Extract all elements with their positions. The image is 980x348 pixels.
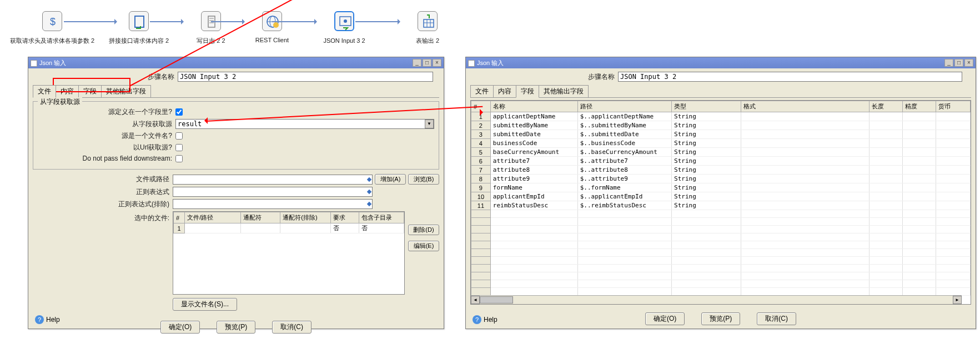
table-row[interactable]: 8 attribute9 $..attribute9 String <box>471 175 971 183</box>
no-pass-label: Do not pass field downstream: <box>38 155 175 162</box>
table-row-empty[interactable] <box>471 288 971 296</box>
maximize-button[interactable]: □ <box>423 59 431 67</box>
ok-button[interactable]: 确定(O) <box>645 312 685 325</box>
add-button[interactable]: 增加(A) <box>375 174 406 185</box>
help-link[interactable]: ? Help <box>35 315 60 324</box>
minimize-button[interactable]: _ <box>413 59 421 67</box>
scroll-left-icon[interactable]: ◄ <box>471 296 480 304</box>
tab-content[interactable]: 内容 <box>493 85 516 97</box>
dropdown-icon[interactable]: ▼ <box>425 120 434 128</box>
cell-format <box>741 201 870 210</box>
tab-file[interactable]: 文件 <box>470 85 494 97</box>
read-url-checkbox[interactable] <box>175 144 183 151</box>
cancel-button[interactable]: 取消(C) <box>757 312 796 325</box>
table-row[interactable]: 9 formName $..formName String <box>471 183 971 192</box>
table-row[interactable]: 3 submittedDate $..submittedDate String <box>471 130 971 139</box>
file-path-input[interactable] <box>173 175 373 185</box>
step-name-label: 步骤名称 <box>39 72 178 82</box>
table-row[interactable]: 6 attribute7 $..attribute7 String <box>471 157 971 166</box>
step-json-input[interactable]: JSON Input 3 2 <box>300 11 389 44</box>
table-row-empty[interactable] <box>471 218 971 226</box>
cell-length <box>870 148 903 157</box>
minimize-button[interactable]: _ <box>944 59 953 67</box>
step-name-input[interactable] <box>178 72 433 82</box>
cell-path: $..attribute7 <box>577 157 671 166</box>
fields-table[interactable]: # 名称 路径 类型 格式 长度 精度 货币 1 applicantDeptNa… <box>470 100 971 305</box>
cell-precision <box>902 112 936 121</box>
browse-button[interactable]: 浏览(B) <box>408 174 439 185</box>
cell-type: String <box>672 166 741 175</box>
table-row-empty[interactable] <box>471 249 971 257</box>
table-row-empty[interactable] <box>471 257 971 265</box>
step-name-input[interactable] <box>618 72 962 82</box>
cell-path: $..submittedDate <box>577 130 671 139</box>
cell-format <box>741 183 870 192</box>
titlebar[interactable]: Json 输入 _ □ × <box>28 57 444 68</box>
regex-excl-input[interactable] <box>173 199 373 209</box>
regex-input[interactable] <box>173 187 373 197</box>
from-field-select[interactable] <box>175 119 434 129</box>
cell-format <box>741 175 870 183</box>
show-files-button[interactable]: 显示文件名(S)... <box>173 298 237 311</box>
cell-precision <box>902 157 936 166</box>
table-row[interactable]: 4 businessCode $..businessCode String <box>471 139 971 148</box>
close-button[interactable]: × <box>964 59 973 67</box>
cell-required: 否 <box>331 223 359 233</box>
cell-format <box>741 192 870 201</box>
table-row[interactable]: 11 reimbStatusDesc $..reimbStatusDesc St… <box>471 201 971 210</box>
cell-num: 8 <box>471 175 491 183</box>
col-length: 长度 <box>870 101 903 112</box>
cell-currency <box>936 183 970 192</box>
titlebar[interactable]: Json 输入 _ □ × <box>466 57 976 68</box>
cancel-button[interactable]: 取消(C) <box>272 321 311 334</box>
step-get-request[interactable]: $ 获取请求头及请求体各项参数 2 <box>8 11 97 45</box>
tab-file[interactable]: 文件 <box>33 85 56 98</box>
source-in-field-checkbox[interactable] <box>175 108 183 116</box>
table-row-empty[interactable] <box>471 272 971 280</box>
tab-fields[interactable]: 字段 <box>78 85 102 97</box>
table-row[interactable]: 1 否 否 <box>174 223 404 233</box>
table-row[interactable]: 2 submittedByName $..submittedByName Str… <box>471 121 971 130</box>
is-filename-checkbox[interactable] <box>175 132 183 140</box>
cell-format <box>741 157 870 166</box>
help-link[interactable]: ? Help <box>473 315 497 324</box>
window-icon <box>31 60 37 67</box>
tab-other-output[interactable]: 其他输出字段 <box>101 85 151 97</box>
scroll-right-icon[interactable]: ► <box>953 296 962 304</box>
table-row-empty[interactable] <box>471 265 971 272</box>
table-row-empty[interactable] <box>471 280 971 288</box>
cell-currency <box>936 166 970 175</box>
delete-button[interactable]: 删除(D) <box>408 225 439 235</box>
edit-button[interactable]: 编辑(E) <box>408 241 439 251</box>
files-table[interactable]: # 文件/路径 通配符 通配符(排除) 要求 包含子目录 1 否 否 <box>173 211 405 295</box>
tab-other-output[interactable]: 其他输出字段 <box>539 85 589 97</box>
table-row[interactable]: 1 applicantDeptName $..applicantDeptName… <box>471 112 971 121</box>
cell-format <box>741 148 870 157</box>
table-row-empty[interactable] <box>471 210 971 218</box>
table-row-empty[interactable] <box>471 226 971 233</box>
cell-length <box>870 121 903 130</box>
tab-fields[interactable]: 字段 <box>516 85 539 98</box>
cell-currency <box>936 157 970 166</box>
workflow-canvas[interactable]: $ 获取请求头及请求体各项参数 2 拼接接口请求体内容 2 写日志 2 2 RE… <box>0 6 461 50</box>
cell-name: applicantEmpId <box>490 192 577 201</box>
maximize-button[interactable]: □ <box>954 59 963 67</box>
table-row[interactable]: 5 baseCurrencyAmount $..baseCurrencyAmou… <box>471 148 971 157</box>
step-table-output[interactable]: 表输出 2 <box>383 11 472 45</box>
table-row[interactable]: 10 applicantEmpId $..applicantEmpId Stri… <box>471 192 971 201</box>
table-row[interactable]: 7 attribute8 $..attribute8 String <box>471 166 971 175</box>
ok-button[interactable]: 确定(O) <box>160 321 200 334</box>
close-button[interactable]: × <box>433 59 441 67</box>
preview-button[interactable]: 预览(P) <box>217 321 255 334</box>
cell-path: $..reimbStatusDesc <box>577 201 671 210</box>
svg-point-9 <box>273 22 279 28</box>
scroll-thumb[interactable] <box>480 296 513 304</box>
tab-content[interactable]: 内容 <box>56 85 79 97</box>
no-pass-checkbox[interactable] <box>175 155 183 162</box>
cell-length <box>870 201 903 210</box>
horizontal-scrollbar[interactable]: ◄ ► <box>471 295 962 304</box>
table-row-empty[interactable] <box>471 241 971 249</box>
preview-button[interactable]: 预览(P) <box>701 312 740 325</box>
table-row-empty[interactable] <box>471 233 971 241</box>
cell-subdir: 否 <box>359 223 404 233</box>
